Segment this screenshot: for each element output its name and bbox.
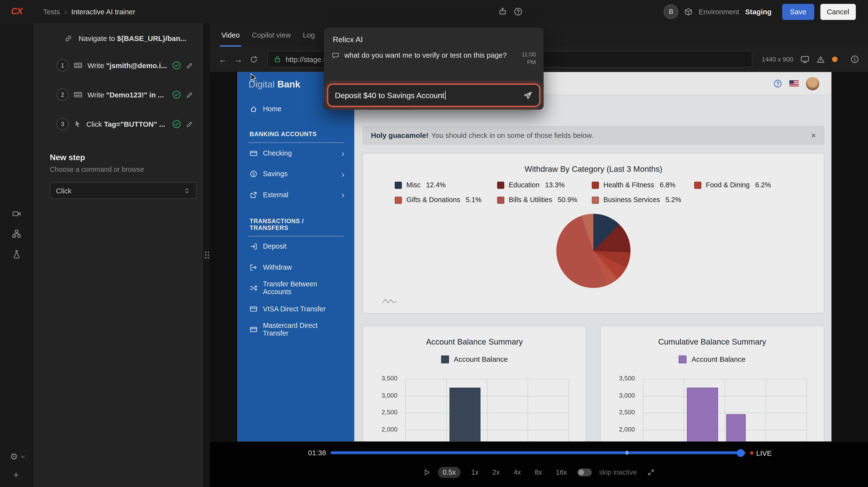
monitor-icon[interactable] <box>800 55 809 64</box>
bank-help-icon[interactable] <box>773 79 782 88</box>
withdraw-pie <box>556 214 630 288</box>
breadcrumb-tests-link[interactable]: Tests <box>43 7 60 16</box>
balance-cards-row: Account Balance Summary Account Balance … <box>363 326 831 442</box>
video-area: Digital Bank Home BANKING ACCOUNTS <box>210 72 868 442</box>
y-tick-label: 2,500 <box>602 409 635 415</box>
tab-copilot-view[interactable]: Copilot view <box>246 23 297 47</box>
bank-nav-label: Savings <box>263 170 288 178</box>
bank-user-avatar[interactable] <box>806 77 819 90</box>
app-root: CX Tests › Interactive AI trainer B Envi… <box>0 0 868 487</box>
bank-nav-visa-transfer[interactable]: VISA Direct Transfer <box>238 299 354 319</box>
legend-swatch <box>497 196 504 204</box>
workflow-icon[interactable] <box>12 229 21 238</box>
gridline <box>724 379 725 441</box>
assistant-robot-icon[interactable] <box>498 7 507 16</box>
y-tick-label: 3,000 <box>364 392 397 398</box>
remote-browser-viewport[interactable]: Digital Bank Home BANKING ACCOUNTS <box>238 72 832 442</box>
add-icon[interactable]: + <box>13 469 19 481</box>
progress-marker <box>625 451 628 455</box>
progress-thumb[interactable] <box>737 449 744 457</box>
tab-video[interactable]: Video <box>215 23 246 47</box>
legend-item: Gifts & Donations5.1% <box>395 196 497 204</box>
back-icon[interactable]: ← <box>219 55 227 63</box>
flask-icon[interactable] <box>12 250 21 259</box>
card-icon <box>250 150 257 157</box>
bank-section-transactions: TRANSACTIONS / TRANSFERS <box>248 212 344 236</box>
relicx-logo[interactable]: CX <box>0 6 33 17</box>
breadcrumb: Tests › Interactive AI trainer <box>43 7 135 16</box>
y-tick-label: 2,500 <box>364 409 397 415</box>
fullscreen-icon[interactable] <box>647 468 655 476</box>
send-icon[interactable] <box>523 91 533 100</box>
speed-4x[interactable]: 4x <box>510 467 524 478</box>
gridline <box>643 379 643 441</box>
edit-step-icon[interactable] <box>186 91 193 98</box>
legend-swatch <box>395 196 402 204</box>
settings-gear-icon[interactable]: ⚙ <box>10 451 26 462</box>
warning-triangle-icon[interactable] <box>816 55 825 63</box>
live-dot-icon <box>750 451 753 455</box>
command-select[interactable]: Click <box>50 182 197 199</box>
legend-swatch <box>694 181 702 189</box>
sparkline-icon[interactable] <box>382 297 397 304</box>
chevron-down-icon <box>20 453 26 459</box>
progress-fill <box>331 451 741 454</box>
bank-nav-mastercard-transfer[interactable]: Mastercard Direct Transfer <box>238 319 354 340</box>
cancel-button[interactable]: Cancel <box>820 4 856 20</box>
y-tick-label: 2,000 <box>364 426 397 432</box>
bank-nav-label: Withdraw <box>263 263 292 271</box>
speed-8x[interactable]: 8x <box>531 467 546 478</box>
ai-message-time: 11:00PM <box>522 51 536 66</box>
bank-nav-deposit[interactable]: Deposit <box>238 236 354 257</box>
step-row-1[interactable]: 1 Write "jsmith@demo.i..." <box>33 56 203 75</box>
edit-step-icon[interactable] <box>186 120 193 128</box>
panel-resize-handle[interactable] <box>203 23 210 487</box>
video-camera-icon[interactable] <box>12 209 21 218</box>
gridline <box>766 379 766 441</box>
speed-16x[interactable]: 16x <box>552 467 570 478</box>
bank-nav-checking[interactable]: Checking › <box>238 143 354 164</box>
progress-track[interactable] <box>331 451 746 454</box>
speed-2x[interactable]: 2x <box>489 467 503 478</box>
legend-swatch <box>497 181 504 189</box>
us-flag-icon[interactable] <box>789 80 799 86</box>
forward-icon[interactable]: → <box>234 55 242 63</box>
shuffle-icon <box>250 284 257 292</box>
bank-nav-savings[interactable]: $ Savings › <box>238 163 354 184</box>
bank-nav-withdraw[interactable]: Withdraw <box>238 257 354 278</box>
save-button[interactable]: Save <box>782 4 814 20</box>
pie-chart-title: Withdraw By Category (Last 3 Months) <box>363 164 824 174</box>
step-row-2[interactable]: 2 Write "Demo123!" in ... <box>33 85 203 105</box>
legend-item: Business Services5.2% <box>592 196 694 204</box>
legend-swatch <box>395 181 402 189</box>
speed-1x[interactable]: 1x <box>468 467 482 478</box>
keyboard-icon <box>73 61 83 70</box>
navigate-step[interactable]: Navigate to ${BASE_URL}/ban... <box>33 23 203 46</box>
record-status-icon[interactable] <box>832 57 837 62</box>
ai-prompt-input[interactable]: Deposit $40 to Savings Account <box>327 84 540 107</box>
step-row-3[interactable]: 3 Click Tag="BUTTON" ... <box>33 114 203 134</box>
bank-nav-transfer[interactable]: Transfer Between Accounts <box>238 278 354 299</box>
info-icon[interactable] <box>850 55 859 64</box>
bank-nav-external[interactable]: External › <box>238 184 354 205</box>
reload-icon[interactable] <box>250 55 258 63</box>
home-icon <box>250 105 257 113</box>
alert-close-icon[interactable]: × <box>811 130 816 140</box>
navigate-detail: ${BASE_URL}/ban... <box>117 34 186 43</box>
skip-inactive-toggle[interactable] <box>578 468 592 476</box>
speed-0-5x[interactable]: 0.5x <box>438 467 461 478</box>
live-label[interactable]: LIVE <box>756 449 772 457</box>
legend-swatch <box>592 181 599 189</box>
bank-section-accounts: BANKING ACCOUNTS <box>248 125 344 143</box>
tab-log[interactable]: Log <box>297 23 321 47</box>
edit-step-icon[interactable] <box>186 62 193 69</box>
skip-inactive-label: skip inactive <box>599 468 637 476</box>
topbar-right: B Environment Staging Save Cancel <box>664 4 868 20</box>
help-icon[interactable] <box>514 7 523 16</box>
y-tick-label: 3,000 <box>602 392 635 398</box>
step-action: Write <box>87 61 104 69</box>
user-avatar[interactable]: B <box>664 4 678 19</box>
topbar-center-icons <box>498 0 523 23</box>
legend-swatch <box>441 355 449 363</box>
play-icon[interactable] <box>423 468 430 476</box>
